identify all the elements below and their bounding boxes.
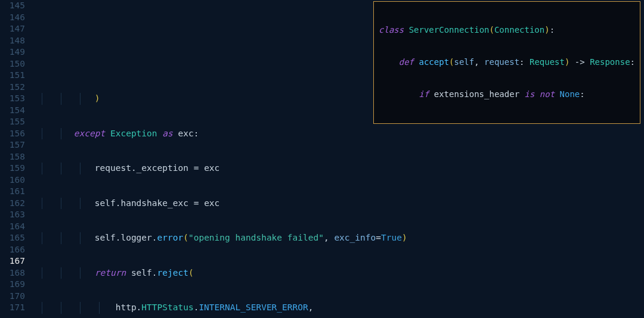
line-number: 163: [0, 209, 25, 221]
code-line: http.HTTPStatus.INTERNAL_SERVER_ERROR,: [32, 302, 644, 314]
line-number: 168: [0, 267, 25, 279]
line-number: 165: [0, 232, 25, 244]
line-number: 167: [0, 255, 25, 267]
code-editor[interactable]: 1451461471481491501511521531541551561571…: [0, 0, 644, 318]
line-number: 155: [0, 116, 25, 128]
line-number-gutter: 1451461471481491501511521531541551561571…: [0, 0, 32, 318]
code-line: self.logger.error("opening handshake fai…: [32, 232, 644, 244]
line-number: 161: [0, 186, 25, 198]
line-number: 148: [0, 35, 25, 47]
code-line: except Exception as exc:: [32, 128, 644, 140]
line-number: 152: [0, 82, 25, 93]
line-number: 149: [0, 46, 25, 58]
line-number: 147: [0, 23, 25, 35]
line-number: 166: [0, 244, 25, 256]
line-number: 156: [0, 128, 25, 140]
line-number: 171: [0, 302, 25, 314]
line-number: 154: [0, 105, 25, 117]
code-line: return self.reject(: [32, 267, 644, 279]
line-number: 151: [0, 70, 25, 82]
line-number: 162: [0, 198, 25, 210]
line-number: 150: [0, 58, 25, 70]
line-number: 153: [0, 93, 25, 105]
line-number: 146: [0, 12, 25, 24]
line-number: 157: [0, 139, 25, 151]
line-number: 145: [0, 0, 25, 12]
line-number: 159: [0, 163, 25, 174]
line-number: 170: [0, 291, 25, 303]
code-line: request._exception = exc: [32, 163, 644, 174]
code-area[interactable]: class ServerConnection(Connection): def …: [32, 0, 644, 318]
line-number: 158: [0, 151, 25, 163]
code-line: self.handshake_exc = exc: [32, 198, 644, 210]
code-breadcrumb: class ServerConnection(Connection): def …: [373, 1, 640, 124]
line-number: 160: [0, 174, 25, 186]
line-number: 169: [0, 279, 25, 291]
line-number: 164: [0, 221, 25, 233]
